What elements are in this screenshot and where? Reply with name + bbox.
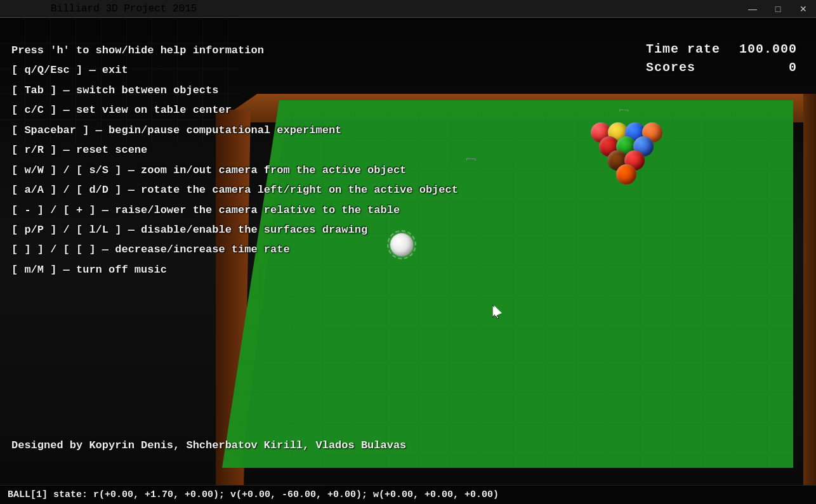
time-rate-label: Time rate bbox=[646, 42, 720, 56]
time-rate-value: 100.000 bbox=[739, 42, 797, 56]
window-title: Billiard 3D Project 2015 bbox=[51, 3, 197, 15]
status-text: BALL[1] state: r(+0.00, +1.70, +0.00); v… bbox=[8, 489, 499, 500]
help-line-10: [ ] ] / [ [ ] — decrease/increase time r… bbox=[11, 240, 805, 259]
help-line-9: [ p/P ] / [ l/L ] — disable/enable the s… bbox=[11, 220, 805, 240]
svg-marker-0 bbox=[492, 305, 500, 319]
window-controls: — □ ✕ bbox=[740, 0, 816, 18]
scores-label: Scores bbox=[646, 60, 695, 75]
help-line-3: [ c/C ] — set view on table center bbox=[11, 100, 805, 120]
help-line-8: [ - ] / [ + ] — raise/lower the camera r… bbox=[11, 200, 805, 220]
credits-text: Designed by Kopyrin Denis, Shcherbatov K… bbox=[11, 439, 406, 451]
hud-scores-row: Scores 0 bbox=[646, 60, 797, 75]
maximize-button[interactable]: □ bbox=[765, 0, 791, 18]
mouse-cursor bbox=[492, 305, 500, 318]
help-line-2: [ Tab ] — switch between objects bbox=[11, 81, 805, 100]
help-line-11: [ m/M ] — turn off music bbox=[11, 260, 805, 280]
titlebar: Billiard 3D Project 2015 — □ ✕ bbox=[0, 0, 816, 18]
game-scene: ⌐¬ ⌐¬ Time rate 100.000 Scores 0 Press '… bbox=[0, 18, 816, 486]
scores-value: 0 bbox=[789, 60, 797, 75]
help-line-6: [ w/W ] / [ s/S ] — zoom in/out camera f… bbox=[11, 160, 805, 180]
minimize-button[interactable]: — bbox=[740, 0, 765, 18]
help-line-7: [ a/A ] / [ d/D ] — rotate the camera le… bbox=[11, 180, 805, 200]
status-bar: BALL[1] state: r(+0.00, +1.70, +0.00); v… bbox=[0, 485, 816, 504]
help-line-5: [ r/R ] — reset scene bbox=[11, 140, 805, 160]
close-button[interactable]: ✕ bbox=[791, 0, 816, 18]
hud-display: Time rate 100.000 Scores 0 bbox=[646, 42, 797, 79]
help-line-4: [ Spacebar ] — begin/pause computational… bbox=[11, 120, 805, 140]
hud-timerate-row: Time rate 100.000 bbox=[646, 42, 797, 56]
